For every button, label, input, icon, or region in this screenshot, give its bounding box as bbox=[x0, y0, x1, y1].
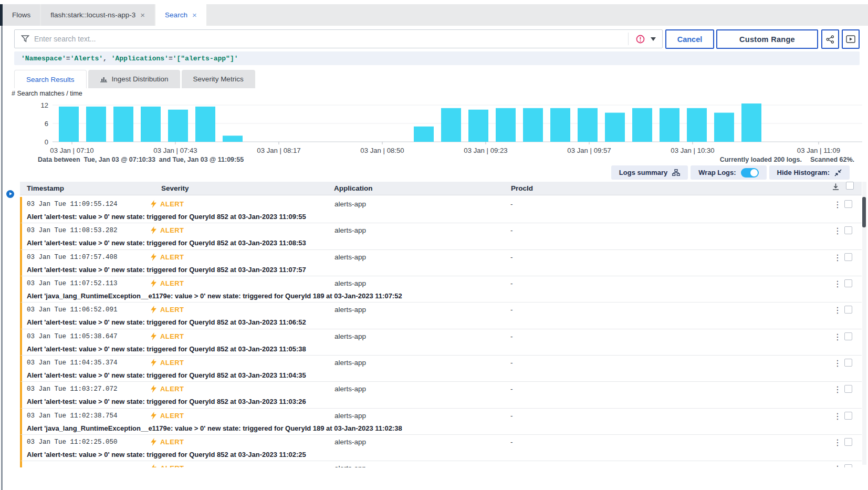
row-menu-icon[interactable]: ⋮ bbox=[833, 279, 842, 289]
log-row[interactable]: 03 Jan Tue 11:07:52.113 ALERT alerts-app… bbox=[20, 276, 862, 303]
share-button[interactable] bbox=[821, 29, 839, 49]
histogram-bar[interactable] bbox=[550, 108, 570, 142]
row-menu-icon[interactable]: ⋮ bbox=[833, 332, 842, 342]
row-checkbox[interactable] bbox=[844, 359, 852, 367]
expand-row-button[interactable] bbox=[6, 190, 14, 198]
row-checkbox[interactable] bbox=[844, 279, 852, 287]
tab-severity-metrics[interactable]: Severity Metrics bbox=[182, 70, 255, 88]
row-checkbox[interactable] bbox=[844, 412, 852, 420]
row-checkbox[interactable] bbox=[844, 200, 852, 208]
histogram-bar[interactable] bbox=[578, 108, 598, 142]
tab-flash-stark-locust-ns-app-3[interactable]: flash:stark::locust-ns-app-3 × bbox=[41, 4, 154, 26]
histogram-bar[interactable] bbox=[496, 108, 516, 142]
logs-summary-button[interactable]: Logs summary bbox=[611, 165, 688, 180]
histogram-bar[interactable] bbox=[441, 108, 461, 142]
run-query-button[interactable] bbox=[842, 29, 860, 49]
search-input[interactable] bbox=[34, 35, 623, 43]
tab-search[interactable]: Search × bbox=[155, 4, 206, 26]
log-timestamp: 03 Jan Tue 11:06:52.091 bbox=[27, 306, 118, 314]
row-checkbox[interactable] bbox=[844, 332, 852, 340]
histogram-bar[interactable] bbox=[660, 108, 679, 142]
toggle-switch[interactable] bbox=[741, 168, 759, 178]
caret-down-icon[interactable] bbox=[651, 37, 656, 41]
query-token: = bbox=[169, 55, 173, 62]
severity-label: ALERT bbox=[160, 412, 184, 420]
log-row[interactable]: 03 Jan Tue 11:02:25.050 ALERT alerts-app… bbox=[20, 435, 862, 461]
select-all-checkbox[interactable] bbox=[846, 182, 854, 190]
log-row[interactable]: 03 Jan Tue 11:09:55.124 ALERT alerts-app… bbox=[20, 197, 862, 223]
row-menu-icon[interactable]: ⋮ bbox=[833, 200, 842, 210]
histogram-bar[interactable] bbox=[741, 103, 761, 142]
row-menu-icon[interactable]: ⋮ bbox=[833, 226, 842, 236]
severity-badge: ALERT bbox=[151, 200, 184, 208]
row-menu-icon[interactable]: ⋮ bbox=[833, 358, 842, 368]
query-expression[interactable]: 'Namespace'='Alerts', 'Applications'='["… bbox=[14, 51, 860, 65]
histogram-bar[interactable] bbox=[605, 113, 625, 142]
histogram-bar[interactable] bbox=[223, 135, 243, 142]
hide-histogram-button[interactable]: Hide Histogram: bbox=[769, 165, 850, 180]
log-application: alerts-app bbox=[334, 306, 366, 314]
histogram-bar[interactable] bbox=[141, 107, 161, 142]
log-timestamp: 03 Jan Tue 11:09:55.124 bbox=[27, 201, 118, 208]
log-row[interactable]: ALERT alerts-app ⋮ bbox=[20, 461, 862, 467]
warning-circle-icon[interactable] bbox=[636, 35, 645, 44]
wrap-logs-toggle[interactable]: Wrap Logs: bbox=[691, 165, 766, 180]
log-procid: - bbox=[510, 253, 513, 261]
histogram-title: # Search matches / time bbox=[12, 90, 82, 97]
y-tick-label: 0 bbox=[45, 138, 48, 146]
query-token: , bbox=[103, 55, 111, 62]
log-row[interactable]: 03 Jan Tue 11:04:35.374 ALERT alerts-app… bbox=[20, 356, 862, 382]
histogram-bar[interactable] bbox=[632, 108, 652, 142]
histogram-bar[interactable] bbox=[113, 107, 133, 142]
lightning-icon bbox=[151, 412, 156, 420]
download-icon[interactable] bbox=[832, 182, 840, 195]
log-procid: - bbox=[510, 279, 513, 287]
log-procid: - bbox=[510, 332, 513, 340]
log-application: alerts-app bbox=[334, 279, 366, 287]
tab-flows[interactable]: Flows bbox=[3, 4, 40, 26]
scrollbar-thumb[interactable] bbox=[862, 197, 866, 227]
row-checkbox[interactable] bbox=[844, 253, 852, 261]
histogram-bar[interactable] bbox=[86, 107, 106, 142]
custom-range-button[interactable]: Custom Range bbox=[716, 29, 818, 49]
histogram-bar[interactable] bbox=[59, 107, 79, 142]
tab-label: Search Results bbox=[26, 76, 75, 84]
severity-label: ALERT bbox=[160, 359, 184, 367]
histogram-bar[interactable] bbox=[687, 108, 707, 142]
log-timestamp: 03 Jan Tue 11:07:57.408 bbox=[27, 254, 118, 261]
histogram-bar[interactable] bbox=[714, 113, 734, 142]
severity-label: ALERT bbox=[160, 279, 184, 287]
histogram-bar[interactable] bbox=[414, 127, 434, 142]
row-checkbox[interactable] bbox=[844, 385, 852, 393]
row-checkbox[interactable] bbox=[844, 438, 852, 446]
row-menu-icon[interactable]: ⋮ bbox=[833, 305, 842, 315]
log-row[interactable]: 03 Jan Tue 11:03:27.072 ALERT alerts-app… bbox=[20, 382, 862, 408]
log-row[interactable]: 03 Jan Tue 11:08:53.282 ALERT alerts-app… bbox=[20, 223, 862, 249]
log-row[interactable]: 03 Jan Tue 11:06:52.091 ALERT alerts-app… bbox=[20, 303, 862, 329]
x-tick-label: 03 Jan | 08:17 bbox=[257, 147, 300, 154]
log-row[interactable]: 03 Jan Tue 11:07:57.408 ALERT alerts-app… bbox=[20, 250, 862, 276]
cancel-button[interactable]: Cancel bbox=[665, 29, 714, 49]
tab-search-results[interactable]: Search Results bbox=[14, 70, 87, 88]
log-application: alerts-app bbox=[334, 359, 366, 367]
row-menu-icon[interactable]: ⋮ bbox=[833, 253, 842, 263]
row-menu-icon[interactable]: ⋮ bbox=[833, 411, 842, 421]
query-token: 'Alerts' bbox=[70, 55, 103, 62]
row-checkbox[interactable] bbox=[844, 464, 852, 467]
row-checkbox[interactable] bbox=[844, 306, 852, 314]
row-menu-icon[interactable]: ⋮ bbox=[833, 464, 842, 467]
histogram-bar[interactable] bbox=[195, 107, 215, 142]
row-menu-icon[interactable]: ⋮ bbox=[833, 437, 842, 447]
histogram-bar[interactable] bbox=[523, 108, 543, 142]
close-icon[interactable]: × bbox=[192, 11, 197, 19]
tab-ingest-distribution[interactable]: Ingest Distribution bbox=[88, 70, 180, 88]
row-menu-icon[interactable]: ⋮ bbox=[833, 384, 842, 394]
log-row[interactable]: 03 Jan Tue 11:05:38.647 ALERT alerts-app… bbox=[20, 329, 862, 356]
histogram-bar[interactable] bbox=[468, 110, 488, 142]
close-icon[interactable]: × bbox=[140, 11, 145, 19]
column-header-timestamp: Timestamp bbox=[27, 182, 64, 195]
log-row[interactable]: 03 Jan Tue 11:02:38.754 ALERT alerts-app… bbox=[20, 409, 862, 435]
row-checkbox[interactable] bbox=[844, 226, 852, 234]
search-options bbox=[628, 33, 656, 45]
histogram-bar[interactable] bbox=[168, 110, 188, 142]
